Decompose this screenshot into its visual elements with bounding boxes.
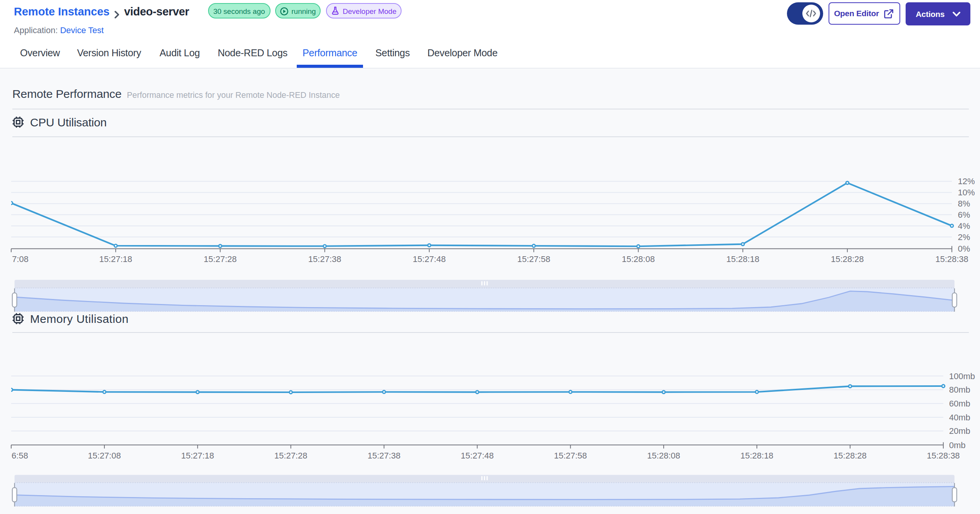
svg-text:6%: 6% [958,210,970,220]
svg-text:2%: 2% [958,232,970,242]
svg-text:20mb: 20mb [949,426,970,436]
svg-text:0mb: 0mb [949,440,966,450]
svg-text:15:28:38: 15:28:38 [935,254,968,264]
svg-text:15:28:38: 15:28:38 [927,451,960,460]
svg-text:15:28:08: 15:28:08 [622,254,655,264]
svg-text:60mb: 60mb [949,399,970,408]
svg-text:15:28:18: 15:28:18 [726,254,760,264]
svg-text:40mb: 40mb [949,413,970,422]
svg-text:15:28:08: 15:28:08 [647,451,680,460]
svg-text:15:27:48: 15:27:48 [461,451,494,460]
svg-text:0%: 0% [958,244,970,254]
svg-text:15:27:18: 15:27:18 [181,451,214,460]
svg-text:15:27:38: 15:27:38 [308,254,341,264]
svg-text:15:28:18: 15:28:18 [740,451,773,460]
svg-text:7:08: 7:08 [12,254,29,264]
svg-text:15:27:28: 15:27:28 [204,254,237,264]
svg-text:12%: 12% [958,176,975,186]
svg-text:15:27:58: 15:27:58 [554,451,587,460]
svg-text:4%: 4% [958,221,970,231]
svg-text:15:27:38: 15:27:38 [368,451,401,460]
svg-text:8%: 8% [958,199,970,208]
svg-text:15:27:08: 15:27:08 [88,451,121,460]
svg-text:15:27:28: 15:27:28 [274,451,308,460]
svg-text:80mb: 80mb [949,385,970,395]
svg-text:100mb: 100mb [949,371,975,381]
svg-text:15:27:58: 15:27:58 [517,254,550,264]
svg-text:15:28:28: 15:28:28 [831,254,864,264]
svg-text:10%: 10% [958,188,975,197]
svg-text:6:58: 6:58 [12,451,28,460]
svg-text:15:27:48: 15:27:48 [413,254,446,264]
svg-text:15:27:18: 15:27:18 [99,254,132,264]
svg-text:15:28:28: 15:28:28 [834,451,867,460]
